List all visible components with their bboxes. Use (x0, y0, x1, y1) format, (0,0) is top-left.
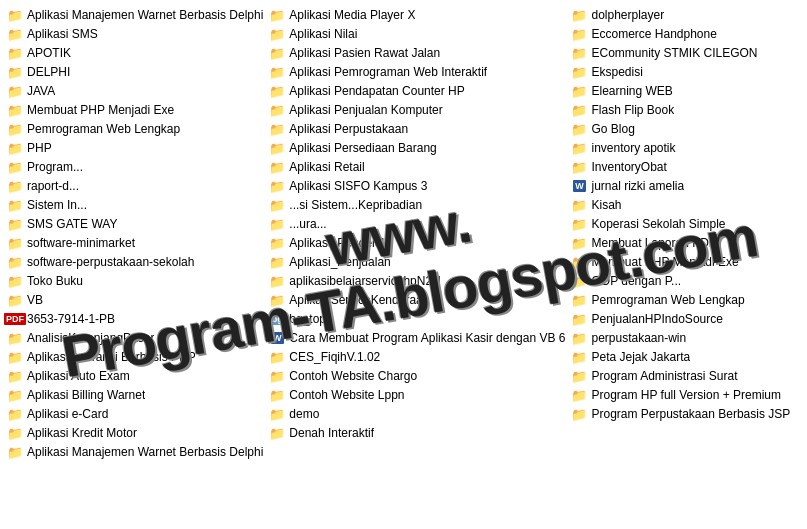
folder-icon: 📁 (269, 140, 285, 156)
list-item[interactable]: 📁Aplikasi e-Card (4, 405, 266, 423)
list-item[interactable]: 📁Aplikasi_Pengelol... (266, 234, 568, 252)
list-item[interactable]: 📁Aplikasi Media Player X (266, 6, 568, 24)
column-3: 📁dolpherplayer📁Eccomerce Handphone📁EComm… (568, 6, 803, 523)
list-item[interactable]: 📁Toko Buku (4, 272, 266, 290)
list-item[interactable]: 📁Aplikasi Nilai (266, 25, 568, 43)
folder-icon: 📁 (269, 64, 285, 80)
list-item[interactable]: 📁Elearning WEB (568, 82, 803, 100)
list-item[interactable]: 📁Program Perpustakaan Berbasis JSP (568, 405, 803, 423)
folder-icon: 📁 (7, 178, 23, 194)
list-item[interactable]: WCara Membuat Program Aplikasi Kasir den… (266, 329, 568, 347)
list-item[interactable]: 📁Aplikasi SMS (4, 25, 266, 43)
list-item[interactable]: 📁software-perpustakaan-sekolah (4, 253, 266, 271)
list-item[interactable]: PDF3653-7914-1-PB (4, 310, 266, 328)
list-item[interactable]: 📁Eccomerce Handphone (568, 25, 803, 43)
list-item[interactable]: 📁Aplikasi Asuransi Berbasis PHP (4, 348, 266, 366)
list-item[interactable]: 📁AnalisisKeranjangPasar (4, 329, 266, 347)
list-item[interactable]: 📁Aplikasi Pasien Rawat Jalan (266, 44, 568, 62)
list-item[interactable]: 📁Peta Jejak Jakarta (568, 348, 803, 366)
list-item[interactable]: 📁CES_FiqihV.1.02 (266, 348, 568, 366)
folder-icon: 📁 (7, 64, 23, 80)
list-item[interactable]: 📁Flash Flip Book (568, 101, 803, 119)
list-item[interactable]: 📁Aplikasi SISFO Kampus 3 (266, 177, 568, 195)
file-label: Program... (27, 160, 83, 174)
folder-icon: 📁 (7, 254, 23, 270)
list-item[interactable]: 📁JAVA (4, 82, 266, 100)
folder-icon: 📁 (269, 102, 285, 118)
folder-icon: 📁 (7, 349, 23, 365)
list-item[interactable]: 📁inventory apotik (568, 139, 803, 157)
list-item[interactable]: 📁OOP dengan P... (568, 272, 803, 290)
list-item[interactable]: 📁APOTIK (4, 44, 266, 62)
folder-icon: 📁 (7, 159, 23, 175)
list-item[interactable]: 📁...ura... (266, 215, 568, 233)
list-item[interactable]: 📁software-minimarket (4, 234, 266, 252)
folder-icon: 📁 (571, 140, 587, 156)
list-item[interactable]: 📁AplikasiServiceKendaraan (266, 291, 568, 309)
bg-icon: bg (269, 311, 285, 327)
file-label: Peta Jejak Jakarta (591, 350, 690, 364)
file-label: Program HP full Version + Premium (591, 388, 781, 402)
folder-icon: 📁 (571, 159, 587, 175)
list-item[interactable]: 📁Pemrograman Web Lengkap (4, 120, 266, 138)
list-item[interactable]: 📁InventoryObat (568, 158, 803, 176)
list-item[interactable]: 📁Program Administrasi Surat (568, 367, 803, 385)
list-item[interactable]: 📁Aplikasi Manajemen Warnet Berbasis Delp… (4, 6, 266, 24)
folder-icon: 📁 (269, 254, 285, 270)
list-item[interactable]: 📁Aplikasi Kredit Motor (4, 424, 266, 442)
folder-icon: 📁 (7, 140, 23, 156)
file-label: Aplikasi Manajemen Warnet Berbasis Delph… (27, 445, 263, 459)
list-item[interactable]: 📁Pemrograman Web Lengkap (568, 291, 803, 309)
list-item[interactable]: 📁PenjualanHPIndoSource (568, 310, 803, 328)
list-item[interactable]: 📁Ekspedisi (568, 63, 803, 81)
file-label: Aplikasi Retail (289, 160, 364, 174)
list-item[interactable]: 📁Kisah (568, 196, 803, 214)
list-item[interactable]: 📁demo (266, 405, 568, 423)
file-label: Aplikasi Media Player X (289, 8, 415, 22)
list-item[interactable]: 📁Go Blog (568, 120, 803, 138)
folder-icon: 📁 (7, 406, 23, 422)
list-item[interactable]: 📁Sistem In... (4, 196, 266, 214)
file-label: Aplikasi e-Card (27, 407, 108, 421)
file-label: Program Administrasi Surat (591, 369, 737, 383)
list-item[interactable]: 📁Program HP full Version + Premium (568, 386, 803, 404)
list-item[interactable]: 📁Membuat PHP Menjadi Exe (4, 101, 266, 119)
list-item[interactable]: 📁Aplikasi Manajemen Warnet Berbasis Delp… (4, 443, 266, 461)
folder-icon: 📁 (269, 368, 285, 384)
list-item[interactable]: 📁Aplikasi Auto Exam (4, 367, 266, 385)
folder-icon: 📁 (571, 26, 587, 42)
file-label: Denah Interaktif (289, 426, 374, 440)
file-label: dolpherplayer (591, 8, 664, 22)
list-item[interactable]: 📁PHP (4, 139, 266, 157)
list-item[interactable]: 📁Contoh Website Chargo (266, 367, 568, 385)
list-item[interactable]: 📁ECommunity STMIK CILEGON (568, 44, 803, 62)
list-item[interactable]: 📁Membuat PHP Menjadi Exe (568, 253, 803, 271)
list-item[interactable]: 📁aplikasibelajarservicehpN2N (266, 272, 568, 290)
list-item[interactable]: 📁Membuat Laporan PDF (568, 234, 803, 252)
list-item[interactable]: 📁Contoh Website Lppn (266, 386, 568, 404)
list-item[interactable]: 📁Aplikasi_Penjualan (266, 253, 568, 271)
list-item[interactable]: 📁...si Sistem...Kepribadian (266, 196, 568, 214)
list-item[interactable]: 📁Aplikasi Billing Warnet (4, 386, 266, 404)
folder-icon: 📁 (269, 273, 285, 289)
list-item[interactable]: 📁Denah Interaktif (266, 424, 568, 442)
list-item[interactable]: 📁dolpherplayer (568, 6, 803, 24)
list-item[interactable]: 📁perpustakaan-win (568, 329, 803, 347)
list-item[interactable]: 📁Koperasi Sekolah Simple (568, 215, 803, 233)
file-label: Aplikasi_Pengelol... (289, 236, 394, 250)
file-label: Eccomerce Handphone (591, 27, 716, 41)
list-item[interactable]: 📁DELPHI (4, 63, 266, 81)
list-item[interactable]: 📁Aplikasi Penjualan Komputer (266, 101, 568, 119)
list-item[interactable]: 📁Aplikasi Retail (266, 158, 568, 176)
list-item[interactable]: 📁Program... (4, 158, 266, 176)
list-item[interactable]: 📁raport-d... (4, 177, 266, 195)
list-item[interactable]: 📁Aplikasi Persediaan Barang (266, 139, 568, 157)
list-item[interactable]: 📁Aplikasi Pendapatan Counter HP (266, 82, 568, 100)
list-item[interactable]: 📁Aplikasi Perpustakaan (266, 120, 568, 138)
list-item[interactable]: 📁VB (4, 291, 266, 309)
list-item[interactable]: Wjurnal rizki amelia (568, 177, 803, 195)
list-item[interactable]: bgbg_top (266, 310, 568, 328)
list-item[interactable]: 📁SMS GATE WAY (4, 215, 266, 233)
pdf-icon: PDF (7, 311, 23, 327)
list-item[interactable]: 📁Aplikasi Pemrograman Web Interaktif (266, 63, 568, 81)
